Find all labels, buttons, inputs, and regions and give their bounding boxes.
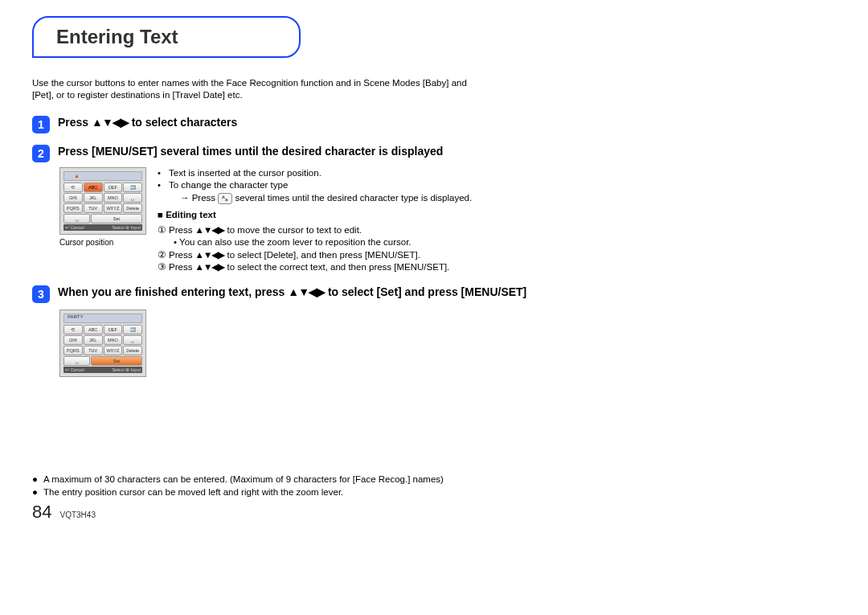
key-space: ␣ (123, 193, 142, 203)
type-key-icon: ᴬₐ (218, 193, 232, 204)
k2-cancel: ↩ Cancel (65, 367, 84, 372)
step-2-heading: Press [MENU/SET] several times until the… (58, 145, 443, 158)
key-ghi: GHI (63, 193, 83, 203)
keypad-thumbnail-1: ▲ ⟲ ABC DEF 🔤 GHI JKL MNO ␣ PQRS TUV WXY… (59, 167, 146, 274)
k2-blank: ␣ (63, 356, 90, 366)
editing-step-1-sub: • You can also use the zoom lever to rep… (169, 236, 411, 249)
key-abc: ABC (84, 182, 103, 192)
step-1-pre: Press (58, 116, 92, 129)
dpad-icons: ▲▼◀▶ (92, 116, 129, 129)
k2-pqrs: PQRS (63, 346, 83, 355)
step-3-thumbnail-wrap: PARTY ⟲ ABC DEF 🔤 GHI JKL MNO ␣ PQRS TUV… (59, 310, 836, 377)
e1-sub: You can also use the zoom lever to repos… (179, 237, 411, 247)
document-id: VQT3H43 (59, 510, 95, 519)
k2-mno: MNO (104, 335, 123, 345)
key-def: DEF (104, 182, 123, 192)
entered-text: PARTY (68, 314, 83, 319)
k2-def: DEF (104, 325, 123, 334)
step-number-1: 1 (32, 116, 50, 133)
key-delete: Delete (123, 203, 142, 213)
k2-abc: ABC (84, 325, 103, 334)
step-2-bullets: •Text is inserted at the cursor position… (158, 167, 472, 274)
key-type: 🔤 (123, 182, 142, 192)
page-number: 84 (32, 502, 51, 523)
keypad-cancel: ↩ Cancel (65, 225, 84, 230)
editing-text-heading: ■ Editing text (158, 209, 472, 222)
step-1-heading: Press ▲▼◀▶ to select characters (58, 116, 237, 129)
footnotes: ●A maximum of 30 characters can be enter… (32, 474, 651, 498)
bullet-text-inserted: Text is inserted at the cursor position. (169, 167, 321, 180)
page-footer: 84 VQT3H43 (32, 502, 836, 523)
key-mode: ⟲ (63, 182, 83, 192)
k2-type: 🔤 (123, 325, 142, 334)
step-number-2: 2 (32, 145, 50, 162)
k2-ghi: GHI (63, 335, 83, 345)
k2-wxyz: WXYZ (104, 346, 123, 355)
note-2: The entry position cursor can be moved l… (43, 486, 343, 499)
editing-step-2: Press ▲▼◀▶ to select [Delete], and then … (169, 249, 420, 262)
key-mno: MNO (104, 193, 123, 203)
step-3-heading: When you are finished entering text, pre… (58, 285, 526, 298)
cursor-caption: Cursor position (59, 238, 146, 247)
editing-step-3: Press ▲▼◀▶ to select the correct text, a… (169, 261, 449, 274)
k2-tuv: TUV (84, 346, 103, 355)
key-wxyz: WXYZ (104, 203, 123, 213)
key-blank: ␣ (63, 214, 90, 223)
keypad-illustration: ▲ ⟲ ABC DEF 🔤 GHI JKL MNO ␣ PQRS TUV WXY… (59, 167, 146, 235)
k2-select: Select ⊕ Input (112, 367, 141, 372)
bullet-change-type-sub: → Press ᴬₐ several times until the desir… (169, 192, 472, 205)
e1-post: to move the cursor to text to edit. (224, 225, 362, 235)
step-number-3: 3 (32, 285, 50, 303)
bullet-change-type: To change the character type (169, 179, 288, 192)
keypad-footer: ↩ Cancel Select ⊕ Input (63, 224, 142, 231)
b2a-post: several times until the desired characte… (232, 193, 472, 203)
keypad-footer-2: ↩ Cancel Select ⊕ Input (63, 367, 142, 373)
editing-head-text: Editing text (166, 210, 216, 219)
k2-jkl: JKL (84, 335, 103, 345)
step-1: 1 Press ▲▼◀▶ to select characters (32, 116, 836, 133)
step-2-content: ▲ ⟲ ABC DEF 🔤 GHI JKL MNO ␣ PQRS TUV WXY… (59, 167, 836, 274)
key-pqrs: PQRS (63, 203, 83, 213)
b2a-pre: → Press (180, 193, 218, 203)
k2-mode: ⟲ (63, 325, 83, 334)
key-set: Set (91, 214, 142, 223)
keypad-input-bar: ▲ (63, 171, 142, 181)
keypad-select: Select ⊕ Input (112, 225, 141, 230)
step-2: 2 Press [MENU/SET] several times until t… (32, 145, 836, 162)
dpad-icons-2: ▲▼◀▶ (288, 285, 325, 298)
page-title: Entering Text (56, 26, 178, 48)
key-jkl: JKL (84, 193, 103, 203)
step-3-post: to select [Set] and press [MENU/SET] (325, 285, 526, 298)
e2-post: to select [Delete], and then press [MENU… (224, 250, 420, 260)
k2-delete: Delete (123, 346, 142, 355)
e3-post: to select the correct text, and then pre… (224, 262, 449, 272)
keypad-input-bar-2: PARTY (63, 314, 142, 323)
k2-space: ␣ (123, 335, 142, 345)
step-3-pre: When you are finished entering text, pre… (58, 285, 288, 298)
step-1-post: to select characters (129, 116, 237, 129)
keypad-illustration-2: PARTY ⟲ ABC DEF 🔤 GHI JKL MNO ␣ PQRS TUV… (59, 310, 146, 377)
intro-paragraph: Use the cursor buttons to enter names wi… (32, 77, 490, 101)
section-title-box: Entering Text (32, 16, 301, 58)
step-3: 3 When you are finished entering text, p… (32, 285, 836, 303)
key-tuv: TUV (84, 203, 103, 213)
note-1: A maximum of 30 characters can be entere… (43, 474, 444, 486)
editing-step-1: Press ▲▼◀▶ to move the cursor to text to… (169, 224, 362, 237)
k2-set: Set (91, 356, 142, 366)
